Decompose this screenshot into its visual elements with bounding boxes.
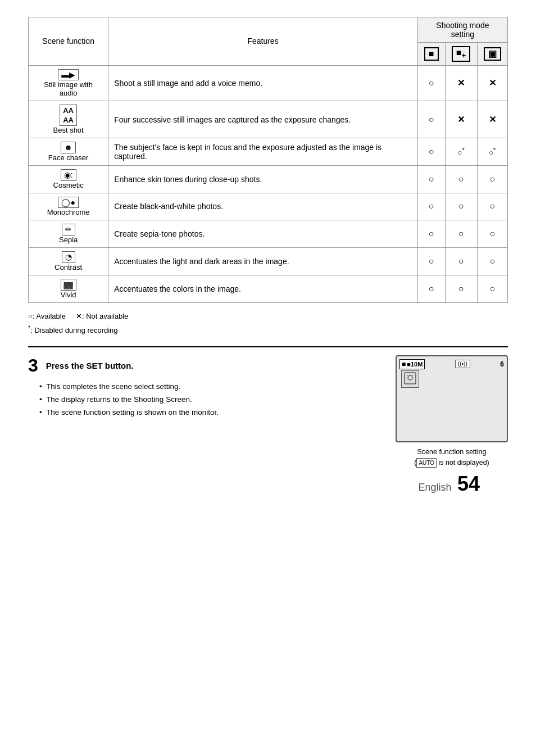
features-cell-still-audio: Shoot a still image and add a voice memo…	[108, 65, 418, 101]
cam-mode-icon: ■	[402, 360, 406, 368]
mode1-face-chaser: ○	[417, 138, 445, 165]
mode2-contrast: ○	[445, 248, 477, 275]
video-mode-box: ■+	[452, 46, 470, 62]
mode-icon-scene: ▣	[477, 43, 507, 66]
sepia-icon-box: ✏	[62, 224, 75, 236]
cam-mode-box: ■ ■10M	[399, 359, 425, 369]
mode2-cosmetic: ○	[445, 165, 477, 193]
scene-cell-still-audio: ▬▶ Still image with audio	[29, 65, 108, 101]
col-header-features: Features	[108, 17, 418, 66]
cross-icon: ✕	[457, 115, 465, 124]
table-row: ◔ Contrast Accentuates the light and dar…	[29, 248, 508, 275]
scene-cell-vivid: ▓▓ Vivid	[29, 275, 108, 302]
mode2-sepia: ○	[445, 220, 477, 248]
mode3-still-audio: ✕	[477, 65, 507, 101]
mode1-still-audio: ○	[417, 65, 445, 101]
table-row: ☻ Face chaser The subject's face is kept…	[29, 138, 508, 165]
sepia-icon: ✏	[65, 225, 72, 234]
vivid-icon: ▓▓	[64, 282, 73, 288]
cosmetic-label: Cosmetic	[53, 181, 84, 189]
still-audio-icon: ▬▶	[61, 70, 75, 79]
mode3-contrast: ○	[477, 248, 507, 275]
photo-icon: ■	[429, 49, 434, 58]
circle-icon: ○	[458, 201, 464, 211]
caption-line2-suffix: is not displayed)	[437, 459, 489, 467]
table-row: ▬▶ Still image with audio Shoot a still …	[29, 65, 508, 101]
scene-cell-face-chaser: ☻ Face chaser	[29, 138, 108, 165]
mode3-monochrome: ○	[477, 193, 507, 220]
cosmetic-icon: ◉:	[64, 170, 73, 179]
mode-icon-photo: ■	[417, 43, 445, 66]
mode2-face-chaser: ○*	[445, 138, 477, 165]
col-header-scene: Scene function	[29, 17, 108, 66]
circle-star-icon: ○*	[458, 148, 465, 157]
cam-shot-count: 6	[500, 360, 504, 368]
bullet-item: The display returns to the Shooting Scre…	[39, 393, 379, 406]
mode1-monochrome: ○	[417, 193, 445, 220]
circle-icon: ○	[429, 284, 434, 293]
step-left-content: 3 Press the SET button. This completes t…	[28, 355, 379, 419]
scene-cell-monochrome: ◯● Monochrome	[29, 193, 108, 220]
features-cell-monochrome: Create black-and-white photos.	[108, 193, 418, 220]
features-cell-contrast: Accentuates the light and dark areas in …	[108, 248, 418, 275]
bullet-item: This completes the scene select setting.	[39, 381, 379, 393]
circle-icon: ○	[489, 201, 495, 211]
circle-icon: ○	[489, 174, 495, 184]
circle-icon: ○	[458, 174, 464, 184]
mode1-vivid: ○	[417, 275, 445, 302]
scene-icon: ▣	[488, 49, 497, 58]
col-header-shooting: Shooting mode setting	[417, 17, 507, 43]
monochrome-icon: ◯●	[61, 198, 75, 207]
mode2-still-audio: ✕	[445, 65, 477, 101]
features-table: Scene function Features Shooting mode se…	[28, 17, 508, 303]
cam-resolution: ■10M	[407, 361, 423, 368]
table-row: ▓▓ Vivid Accentuates the colors in the i…	[29, 275, 508, 302]
cross-icon: ✕	[457, 78, 465, 88]
scene-cell-contrast: ◔ Contrast	[29, 248, 108, 275]
section-divider	[28, 346, 508, 347]
screen-caption: Scene function setting (AUTO is not disp…	[414, 447, 489, 468]
mode3-cosmetic: ○	[477, 165, 507, 193]
mode1-cosmetic: ○	[417, 165, 445, 193]
face-chaser-icon-box: ☻	[61, 142, 76, 153]
monochrome-icon-box: ◯●	[58, 197, 78, 209]
features-cell-face-chaser: The subject's face is kept in focus and …	[108, 138, 418, 165]
vivid-label: Vivid	[61, 291, 76, 299]
contrast-icon: ◔	[65, 252, 72, 261]
circle-icon: ○	[489, 284, 495, 293]
circle-icon: ○	[458, 229, 464, 238]
auto-label-box: AUTO	[416, 458, 437, 468]
mode1-contrast: ○	[417, 248, 445, 275]
table-row: AAAA Best shot Four successive still ima…	[29, 101, 508, 138]
step-bullet-list: This completes the scene select setting.…	[39, 381, 379, 419]
video-icon: ■+	[456, 48, 466, 57]
step-number: 3	[28, 355, 38, 376]
features-cell-sepia: Create sepia-tone photos.	[108, 220, 418, 248]
mode2-best-shot: ✕	[445, 101, 477, 138]
cosmetic-icon-box: ◉:	[61, 169, 76, 181]
cam-scene-function-icon	[401, 370, 419, 388]
circle-icon: ○	[489, 229, 495, 238]
best-shot-label: Best shot	[53, 126, 84, 134]
still-audio-icon-box: ▬▶	[58, 69, 79, 81]
face-chaser-cam-icon	[404, 372, 416, 384]
sepia-label: Sepia	[59, 236, 78, 244]
circle-icon: ○	[429, 147, 434, 156]
legend-available: ○: Available ✕: Not available	[28, 312, 128, 320]
circle-icon: ○	[458, 284, 464, 293]
mode3-face-chaser: ○*	[477, 138, 507, 165]
cross-icon: ✕	[489, 78, 496, 88]
svg-line-2	[407, 375, 408, 377]
bullet-item: The scene function setting is shown on t…	[39, 406, 379, 419]
circle-icon: ○	[429, 174, 434, 184]
circle-icon: ○	[429, 78, 434, 88]
step-right-content: ■ ■10M ((•)) 6 Scene function setting (A…	[396, 355, 508, 468]
table-row: ◉: Cosmetic Enhance skin tones during cl…	[29, 165, 508, 193]
face-chaser-label: Face chaser	[48, 153, 89, 162]
page-footer: English 54	[418, 472, 480, 496]
mode3-best-shot: ✕	[477, 101, 507, 138]
mode2-vivid: ○	[445, 275, 477, 302]
mode3-sepia: ○	[477, 220, 507, 248]
table-row: ◯● Monochrome Create black-and-white pho…	[29, 193, 508, 220]
legend-asterisk: *: Disabled during recording	[28, 326, 118, 334]
